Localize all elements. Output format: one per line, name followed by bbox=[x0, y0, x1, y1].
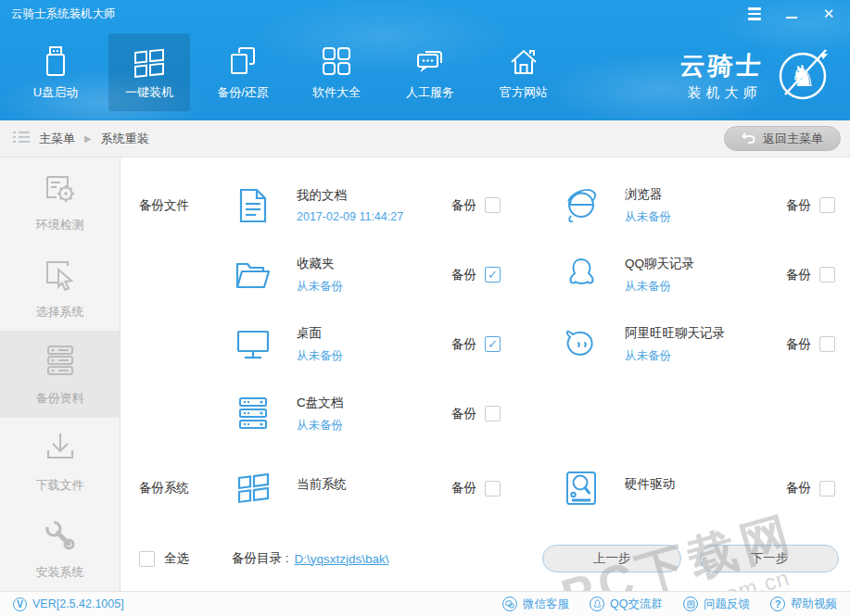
ie-browser-icon bbox=[560, 184, 603, 227]
backup-checkbox-browser[interactable] bbox=[819, 197, 835, 213]
item-current-system: 当前系统 备份 bbox=[232, 467, 528, 509]
backup-directory-link[interactable]: D:\yqsxtzjds\bak\ bbox=[295, 552, 389, 566]
backup-checkbox-current-system[interactable] bbox=[485, 481, 501, 497]
status-bar: V VER[2.5.42.1005] 微信客服 QQ交流 bbox=[0, 591, 850, 616]
item-name: 浏览器 bbox=[625, 186, 786, 203]
cursor-select-icon bbox=[40, 255, 81, 295]
select-all-checkbox[interactable] bbox=[139, 551, 155, 567]
prev-step-button[interactable]: 上一步 bbox=[542, 545, 681, 572]
question-mark-icon: ? bbox=[770, 597, 785, 611]
item-browser: 浏览器 从未备份 备份 bbox=[560, 184, 850, 227]
item-qq-chat: QQ聊天记录 从未备份 备份 bbox=[560, 254, 850, 296]
version-info: V VER[2.5.42.1005] bbox=[13, 597, 124, 611]
sidebar-label: 备份资料 bbox=[36, 390, 84, 407]
step-sidebar: 环境检测 选择系统 bbox=[0, 157, 121, 591]
backup-checkbox-favorites[interactable] bbox=[485, 267, 501, 283]
backup-directory-label: 备份目录 : bbox=[232, 550, 289, 567]
item-status: 从未备份 bbox=[625, 209, 786, 225]
header: 云骑士系统装机大师 ✕ U盘启动 bbox=[0, 0, 850, 120]
sidebar-item-install-system[interactable]: 安装系统 bbox=[0, 504, 120, 591]
folder-icon bbox=[232, 254, 274, 296]
svg-text:♞: ♞ bbox=[790, 58, 817, 94]
back-arrow-icon bbox=[742, 132, 755, 146]
item-name: 阿里旺旺聊天记录 bbox=[625, 325, 786, 342]
status-link-label: 微信客服 bbox=[523, 597, 569, 612]
status-links: 微信客服 QQ交流群 问题反馈 bbox=[502, 597, 837, 612]
item-desktop: 桌面 从未备份 备份 bbox=[232, 323, 528, 366]
backup-checkbox-drivers[interactable] bbox=[819, 481, 835, 497]
nav-item-usb-boot[interactable]: U盘启动 bbox=[15, 33, 96, 111]
backup-checkbox-qq-chat[interactable] bbox=[819, 267, 835, 283]
version-text: VER[2.5.42.1005] bbox=[32, 597, 124, 610]
feedback-icon bbox=[683, 597, 698, 611]
brand-logo: 云骑士 装机大师 ♞ bbox=[679, 46, 837, 104]
backup-row: 收藏夹 从未备份 备份 bbox=[121, 240, 850, 309]
wechat-icon bbox=[502, 597, 517, 611]
backup-row: 备份文件 我的文档 2017-02-09 11:44:27 bbox=[121, 170, 850, 240]
sidebar-item-env-check[interactable]: 环境检测 bbox=[0, 157, 120, 245]
feedback-link[interactable]: 问题反馈 bbox=[683, 597, 750, 612]
app-window: 云骑士系统装机大师 ✕ U盘启动 bbox=[0, 0, 850, 616]
desktop-monitor-icon bbox=[232, 323, 274, 366]
backup-checkbox-wangwang[interactable] bbox=[819, 336, 835, 352]
qq-group-link[interactable]: QQ交流群 bbox=[590, 597, 663, 612]
nav-label: 人工服务 bbox=[406, 84, 454, 101]
nav-item-backup-restore[interactable]: 备份/还原 bbox=[202, 33, 284, 111]
windows-system-icon bbox=[232, 467, 274, 509]
item-aliwangwang-chat: 阿里旺旺聊天记录 从未备份 备份 bbox=[560, 323, 850, 366]
backup-footer: 全选 备份目录 : D:\yqsxtzjds\bak\ 上一步 下一步 bbox=[121, 543, 850, 574]
next-step-button[interactable]: 下一步 bbox=[700, 545, 839, 572]
item-status: 从未备份 bbox=[297, 418, 451, 434]
download-icon bbox=[40, 428, 81, 469]
qq-penguin-icon bbox=[560, 254, 603, 296]
window-controls: ✕ bbox=[746, 6, 841, 22]
back-button-label: 返回主菜单 bbox=[763, 131, 823, 147]
item-status: 从未备份 bbox=[625, 279, 786, 295]
item-hardware-drivers: 硬件驱动 备份 bbox=[560, 467, 850, 509]
sidebar-label: 下载文件 bbox=[36, 477, 84, 494]
sidebar-item-backup-data[interactable]: 备份资料 bbox=[0, 331, 120, 418]
sidebar-item-download-files[interactable]: 下载文件 bbox=[0, 418, 120, 505]
section-label-backup-system: 备份系统 bbox=[139, 480, 232, 497]
c-drive-icon bbox=[232, 393, 274, 435]
select-all: 全选 bbox=[139, 550, 232, 567]
wechat-service-link[interactable]: 微信客服 bbox=[502, 597, 569, 612]
item-status: 从未备份 bbox=[297, 348, 451, 364]
item-my-documents: 我的文档 2017-02-09 11:44:27 备份 bbox=[232, 184, 528, 227]
wangwang-bubble-icon bbox=[560, 323, 603, 366]
nav-item-one-click-install[interactable]: 一键装机 bbox=[108, 33, 190, 111]
nav-item-customer-service[interactable]: 人工服务 bbox=[389, 33, 471, 111]
backup-checkbox-c-drive[interactable] bbox=[485, 406, 501, 421]
brand-logo-text: 云骑士 装机大师 bbox=[678, 49, 765, 102]
brand-name: 云骑士 bbox=[679, 49, 765, 82]
backup-selection-panel: 备份文件 我的文档 2017-02-09 11:44:27 bbox=[121, 157, 850, 591]
nav-item-software-collection[interactable]: 软件大全 bbox=[296, 33, 377, 111]
item-name: 我的文档 bbox=[297, 187, 451, 204]
back-to-main-menu-button[interactable]: 返回主菜单 bbox=[724, 126, 841, 151]
window-title: 云骑士系统装机大师 bbox=[11, 6, 116, 22]
item-status: 从未备份 bbox=[297, 279, 451, 295]
backup-label: 备份 bbox=[786, 197, 811, 214]
item-name: 硬件驱动 bbox=[625, 476, 786, 493]
sidebar-item-select-system[interactable]: 选择系统 bbox=[0, 245, 120, 332]
sidebar-label: 安装系统 bbox=[36, 564, 84, 581]
nav-item-official-website[interactable]: 官方网站 bbox=[483, 33, 565, 111]
backup-label: 备份 bbox=[786, 336, 811, 353]
copy-pages-icon bbox=[226, 44, 260, 78]
home-icon bbox=[507, 44, 540, 78]
nav-label: 备份/还原 bbox=[217, 84, 269, 101]
breadcrumb-root[interactable]: 主菜单 bbox=[39, 131, 75, 147]
minimize-icon[interactable] bbox=[783, 6, 800, 22]
nav-label: 一键装机 bbox=[125, 84, 173, 101]
driver-search-icon bbox=[560, 467, 603, 509]
breadcrumb-current: 系统重装 bbox=[101, 131, 149, 147]
close-icon[interactable]: ✕ bbox=[820, 6, 837, 22]
item-name: 当前系统 bbox=[297, 476, 451, 493]
menu-icon[interactable] bbox=[746, 6, 763, 22]
backup-checkbox-desktop[interactable] bbox=[485, 336, 501, 352]
item-c-drive-docs: C盘文档 从未备份 备份 bbox=[232, 393, 528, 435]
breadcrumb-bar: 主菜单 ▶ 系统重装 返回主菜单 bbox=[0, 120, 850, 157]
help-video-link[interactable]: ? 帮助视频 bbox=[770, 597, 837, 612]
backup-label: 备份 bbox=[786, 480, 811, 497]
backup-checkbox-my-documents[interactable] bbox=[485, 197, 501, 213]
